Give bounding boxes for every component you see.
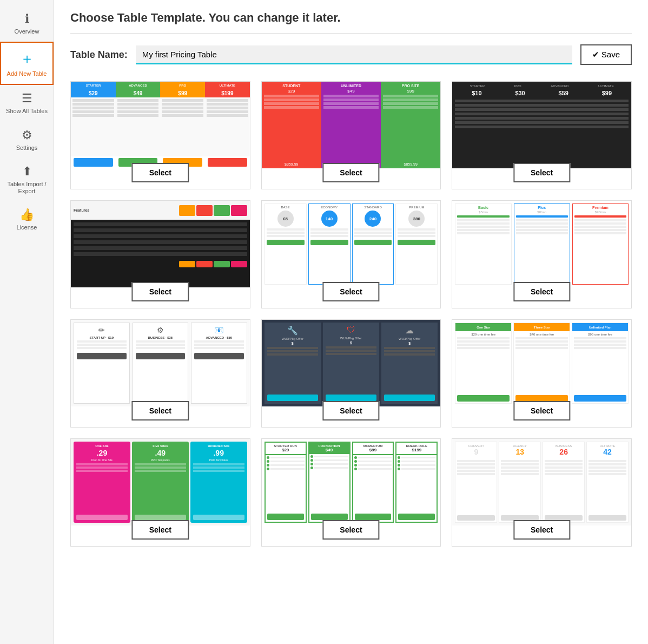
template-card-9[interactable]: One Star $29 one time fee — [452, 319, 632, 428]
select-button-11[interactable]: Select — [322, 520, 379, 540]
select-button-2[interactable]: Select — [322, 163, 379, 182]
select-button-5[interactable]: Select — [322, 282, 379, 301]
thumbsup-icon: 👍 — [19, 208, 34, 222]
template-preview-12: CONVERT 9 — [452, 439, 631, 525]
template-preview-11: STARTER RUN $29 FOUNDATIO — [262, 439, 441, 525]
template-card-12[interactable]: CONVERT 9 — [452, 438, 632, 547]
template-preview-4: Features — [71, 201, 250, 287]
table-name-label: Table Name: — [70, 49, 128, 61]
table-name-row: Table Name: ✔ Save — [70, 44, 632, 65]
sidebar-item-show-all-tables[interactable]: ☰ Show All Tables — [0, 85, 54, 121]
sidebar-item-license[interactable]: 👍 License — [0, 201, 54, 238]
plus-icon: ＋ — [20, 49, 34, 68]
sidebar-item-add-new-table[interactable]: ＋ Add New Table — [0, 42, 54, 85]
main-content: Choose Table Template. You can change it… — [54, 0, 648, 644]
select-button-6[interactable]: Select — [513, 282, 570, 301]
gear-icon: ⚙ — [22, 128, 32, 142]
template-preview-10: One Site .29 Drop for One Site Five Site… — [71, 439, 250, 525]
template-preview-1: STARTER $29 ADVANCED $49 — [71, 82, 250, 168]
template-card-7[interactable]: ✏ START-UP · $19 ⚙ BUSINESS · $35 — [70, 319, 250, 428]
template-preview-9: One Star $29 one time fee — [452, 320, 631, 406]
select-button-1[interactable]: Select — [132, 163, 189, 182]
template-card-4[interactable]: Features — [70, 200, 250, 308]
template-card-5[interactable]: BASE 65 ECONOMY 140 — [261, 200, 441, 308]
select-button-12[interactable]: Select — [513, 520, 570, 540]
save-button[interactable]: ✔ Save — [580, 44, 632, 65]
table-name-input[interactable] — [136, 45, 572, 64]
template-card-2[interactable]: STUDENT $29 $359.99 UNLIMITED $49 — [261, 81, 441, 189]
sidebar-item-import-label: Tables Import / Export — [3, 181, 51, 195]
template-preview-5: BASE 65 ECONOMY 140 — [262, 201, 441, 287]
select-button-4[interactable]: Select — [132, 282, 189, 301]
template-card-3[interactable]: STARTER PRO ADVANCED ULTIMATE $10 $30 $5… — [452, 81, 632, 189]
select-button-9[interactable]: Select — [513, 401, 570, 420]
templates-grid: STARTER $29 ADVANCED $49 — [70, 81, 632, 547]
divider — [70, 33, 632, 34]
template-preview-2: STUDENT $29 $359.99 UNLIMITED $49 — [262, 82, 441, 168]
sidebar-item-license-label: License — [17, 224, 37, 231]
sidebar-item-settings[interactable]: ⚙ Settings — [0, 122, 54, 158]
template-preview-7: ✏ START-UP · $19 ⚙ BUSINESS · $35 — [71, 320, 250, 406]
select-button-7[interactable]: Select — [132, 401, 189, 420]
template-preview-3: STARTER PRO ADVANCED ULTIMATE $10 $30 $5… — [452, 82, 631, 168]
sidebar-item-overview[interactable]: ℹ Overview — [0, 5, 54, 42]
list-icon: ☰ — [22, 91, 32, 106]
sidebar-item-settings-label: Settings — [16, 144, 38, 152]
page-title: Choose Table Template. You can change it… — [70, 11, 632, 25]
info-icon: ℹ — [25, 12, 29, 26]
sidebar-item-overview-label: Overview — [15, 28, 39, 35]
sidebar: ℹ Overview ＋ Add New Table ☰ Show All Ta… — [0, 0, 54, 644]
template-card-10[interactable]: One Site .29 Drop for One Site Five Site… — [70, 438, 250, 547]
template-preview-8: 🔧 WU3/Pkg Offer $ 🛡 WU3/Pkg Offer $ — [262, 320, 441, 406]
template-card-11[interactable]: STARTER RUN $29 FOUNDATIO — [261, 438, 441, 547]
template-card-6[interactable]: Basic $5/mo Plus $8/mo — [452, 200, 632, 308]
select-button-10[interactable]: Select — [132, 520, 189, 540]
select-button-8[interactable]: Select — [322, 401, 379, 420]
sidebar-item-show-label: Show All Tables — [6, 108, 48, 115]
upload-icon: ⬆ — [22, 165, 32, 179]
template-preview-6: Basic $5/mo Plus $8/mo — [452, 201, 631, 287]
template-card-8[interactable]: 🔧 WU3/Pkg Offer $ 🛡 WU3/Pkg Offer $ — [261, 319, 441, 428]
select-button-3[interactable]: Select — [513, 163, 570, 182]
sidebar-item-import-export[interactable]: ⬆ Tables Import / Export — [0, 158, 54, 201]
template-card-1[interactable]: STARTER $29 ADVANCED $49 — [70, 81, 250, 189]
sidebar-item-add-label: Add New Table — [7, 70, 47, 77]
